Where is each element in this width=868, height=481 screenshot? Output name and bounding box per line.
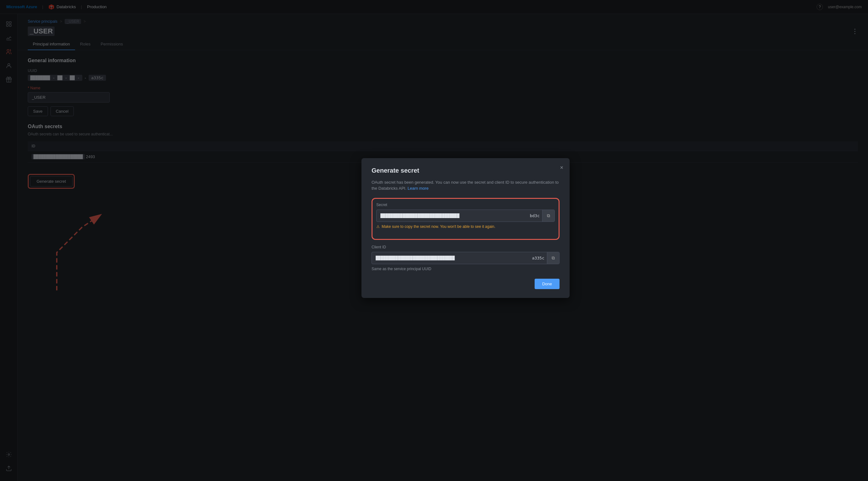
secret-suffix: bd3c	[530, 213, 542, 218]
warning-text: ⚠ Make sure to copy the secret now. You …	[376, 224, 555, 229]
learn-more-link[interactable]: Learn more	[407, 186, 428, 191]
client-id-input[interactable]	[372, 252, 532, 264]
secret-input-row: bd3c ⧉	[376, 210, 555, 222]
secret-section-highlight: Secret bd3c ⧉ ⚠ Make sure to copy the se…	[372, 198, 560, 240]
warning-icon: ⚠	[376, 224, 380, 229]
client-id-input-row: a335c ⧉	[372, 252, 560, 264]
modal-footer: Done	[372, 279, 560, 289]
warning-message: Make sure to copy the secret now. You wo…	[382, 224, 496, 229]
done-button[interactable]: Done	[535, 279, 560, 289]
generate-secret-modal: Generate secret × OAuth secret has been …	[362, 158, 569, 298]
client-id-section: Client ID a335c ⧉ Same as the service pr…	[372, 245, 560, 271]
client-id-label: Client ID	[372, 245, 560, 249]
modal-overlay: Generate secret × OAuth secret has been …	[0, 0, 868, 481]
client-id-suffix: a335c	[532, 255, 547, 260]
client-id-copy-button[interactable]: ⧉	[547, 252, 559, 264]
secret-label: Secret	[376, 203, 555, 207]
modal-title: Generate secret	[372, 167, 560, 174]
client-id-note: Same as the service principal UUID	[372, 267, 560, 271]
modal-close-button[interactable]: ×	[560, 164, 563, 171]
secret-copy-button[interactable]: ⧉	[542, 210, 555, 221]
secret-input[interactable]	[377, 210, 530, 221]
modal-description: OAuth secret has been generated. You can…	[372, 179, 560, 191]
